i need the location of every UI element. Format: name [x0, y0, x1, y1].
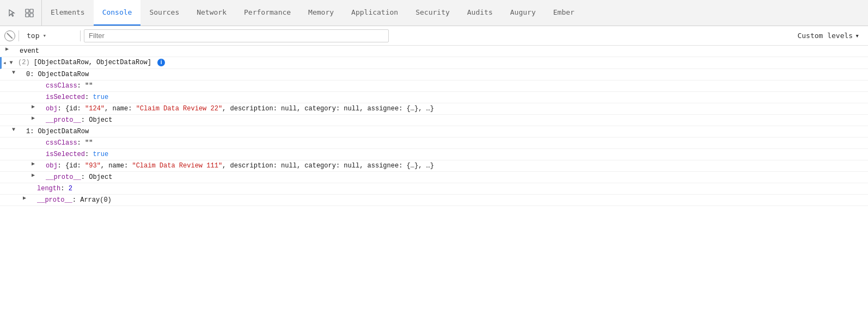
tab-sources[interactable]: Sources: [140, 0, 188, 26]
console-row-arr-proto: ▶ __proto__: Array(0): [0, 195, 868, 206]
svg-rect-0: [26, 9, 29, 13]
array-row-content: (2) [ObjectDataRow, ObjectDataRow] i: [18, 58, 868, 67]
obj0-obj-rest: , description: null, category: null, ass…: [222, 105, 434, 113]
row-gutter-obj0-sel: [30, 92, 46, 93]
length-colon: :: [60, 185, 68, 192]
obj1-obj-sep1: , name:: [101, 162, 132, 170]
toolbar: top ▾ Custom levels ▾: [0, 26, 868, 46]
tab-network[interactable]: Network: [188, 0, 235, 26]
tab-memory[interactable]: Memory: [299, 0, 343, 26]
collapse-obj0-icon[interactable]: ▼: [11, 70, 16, 76]
context-select[interactable]: top ▾: [22, 30, 77, 41]
row-gutter-obj1-obj: ▶: [30, 161, 46, 167]
obj0-obj-id-val: "124": [85, 105, 105, 113]
obj0-proto-key: __proto__: [46, 116, 81, 124]
console-row-obj1-isselected: isSelected: true: [0, 149, 868, 160]
obj1-header: 1: ObjectDataRow: [26, 127, 868, 136]
cursor-icon[interactable]: [5, 7, 19, 20]
obj1-obj-id-val: "93": [85, 162, 101, 170]
row-content: event: [20, 46, 868, 56]
length-key: length: [37, 185, 60, 192]
obj1-proto-content: __proto__: Object: [46, 172, 868, 182]
collapse-icon[interactable]: ▼: [9, 60, 14, 66]
row-gutter-obj1-sel: [30, 150, 46, 150]
array-count: (2): [18, 59, 34, 66]
expand-icon[interactable]: ▶: [4, 47, 10, 52]
expand-obj1-obj-icon[interactable]: ▶: [30, 161, 36, 167]
tab-security[interactable]: Security: [407, 0, 459, 26]
console-row-obj1-cssclass: cssClass: "": [0, 138, 868, 149]
console-row-obj0-obj: ▶ obj: {id: "124", name: "Claim Data Rev…: [0, 103, 868, 115]
obj0-css-label: cssClass: [46, 82, 77, 90]
obj1-css-value: "": [85, 139, 93, 147]
expand-arr-proto-icon[interactable]: ▶: [22, 196, 27, 201]
obj1-css-label: cssClass: [46, 139, 77, 147]
obj1-css-content: cssClass: "": [46, 138, 868, 148]
console-row-array: ◂ ▼ (2) [ObjectDataRow, ObjectDataRow] i: [0, 57, 868, 69]
obj0-obj-key: obj: [46, 105, 58, 113]
console-row-length: length: 2: [0, 183, 868, 195]
nav-icons: [0, 0, 42, 26]
console-row-obj0: ▼ 0: ObjectDataRow: [0, 69, 868, 80]
row-gutter: ▶: [4, 46, 20, 52]
arr-proto-key: __proto__: [37, 196, 72, 204]
custom-levels-arrow-icon: ▾: [855, 32, 859, 40]
console-row-obj1-proto: ▶ __proto__: Object: [0, 172, 868, 183]
obj1-obj-content: obj: {id: "93", name: "Claim Data Review…: [46, 161, 868, 171]
expand-obj0-obj-icon[interactable]: ▶: [30, 104, 36, 110]
console-content: ▶ event ◂ ▼ (2) [ObjectDataRow, ObjectDa…: [0, 46, 868, 206]
obj0-sel-label: isSelected: [46, 94, 85, 101]
context-value: top: [27, 32, 39, 40]
filter-input[interactable]: [84, 29, 389, 42]
context-arrow-icon: ▾: [42, 32, 46, 39]
obj1-obj-colon: : {id:: [58, 162, 85, 170]
console-row-obj0-proto: ▶ __proto__: Object: [0, 115, 868, 126]
nav-tabs: Elements Console Sources Network Perform…: [42, 0, 868, 26]
tab-augury[interactable]: Augury: [502, 0, 545, 26]
row-gutter-obj1: ▼: [11, 127, 26, 133]
obj0-sel-value: true: [93, 94, 108, 101]
row-gutter-length: [22, 184, 37, 184]
clear-console-button[interactable]: [4, 30, 15, 41]
obj1-obj-name-val: "Claim Data Review 111": [132, 162, 222, 170]
collapse-obj1-icon[interactable]: ▼: [11, 127, 16, 133]
console-row-obj1: ▼ 1: ObjectDataRow: [0, 126, 868, 138]
obj1-sel-colon: :: [85, 151, 93, 158]
expand-obj1-proto-icon[interactable]: ▶: [30, 173, 36, 178]
row-gutter-obj1-css: [30, 138, 46, 139]
row-gutter-arr-proto: ▶: [22, 195, 37, 201]
custom-levels-label: Custom levels: [797, 32, 853, 40]
row-gutter-obj0-obj: ▶: [30, 104, 46, 110]
obj1-obj-key: obj: [46, 162, 58, 170]
info-icon[interactable]: i: [157, 59, 165, 66]
obj1-proto-key: __proto__: [46, 173, 81, 181]
obj0-obj-sep1: , name:: [105, 105, 136, 113]
nav-bar: Elements Console Sources Network Perform…: [0, 0, 868, 26]
obj0-obj-name-val: "Claim Data Review 22": [136, 105, 222, 113]
row-gutter-obj0-css: [30, 81, 46, 82]
tab-audits[interactable]: Audits: [459, 0, 502, 26]
obj1-proto-val: : Object: [81, 173, 113, 181]
array-label: [ObjectDataRow, ObjectDataRow]: [34, 59, 151, 66]
console-row-obj1-obj: ▶ obj: {id: "93", name: "Claim Data Revi…: [0, 160, 868, 172]
tab-elements[interactable]: Elements: [42, 0, 94, 26]
tab-console[interactable]: Console: [94, 0, 141, 26]
custom-levels-button[interactable]: Custom levels ▾: [793, 30, 864, 41]
console-row-obj0-cssclass: cssClass: "": [0, 80, 868, 92]
tab-ember[interactable]: Ember: [545, 0, 583, 26]
console-row-obj0-isselected: isSelected: true: [0, 92, 868, 103]
expand-obj0-proto-icon[interactable]: ▶: [30, 116, 36, 121]
arr-proto-val: : Array(0): [72, 196, 112, 204]
row-gutter-obj1-proto: ▶: [30, 172, 46, 178]
row-gutter-array: ◂ ▼: [3, 58, 18, 68]
obj0-label: 0: ObjectDataRow: [26, 71, 89, 78]
obj0-proto-val: : Object: [81, 116, 113, 124]
toolbar-divider-1: [19, 30, 19, 41]
svg-rect-1: [30, 9, 33, 13]
tab-application[interactable]: Application: [343, 0, 407, 26]
tab-performance[interactable]: Performance: [235, 0, 299, 26]
svg-rect-2: [26, 14, 29, 17]
obj1-sel-label: isSelected: [46, 151, 85, 158]
element-picker-icon[interactable]: [23, 7, 36, 20]
row-gutter-obj0: ▼: [11, 70, 26, 76]
